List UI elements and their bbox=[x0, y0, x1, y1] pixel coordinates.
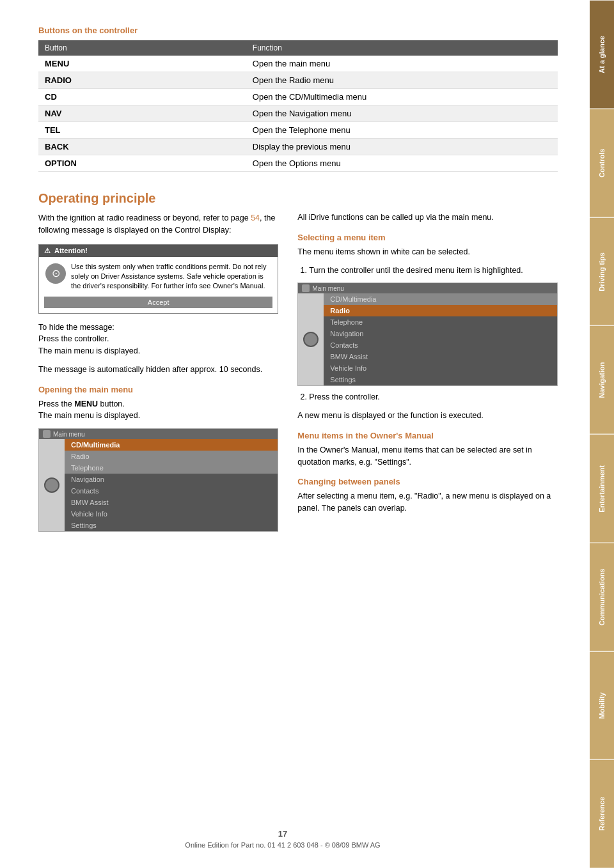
list-item: Contacts bbox=[324, 339, 557, 351]
button-name: OPTION bbox=[38, 155, 246, 172]
list-item: Navigation bbox=[65, 474, 278, 485]
changing-panels-text: After selecting a menu item, e.g. "Radio… bbox=[297, 490, 558, 515]
list-item: Vehicle Info bbox=[324, 362, 557, 374]
attention-body: ⊙ Use this system only when traffic cond… bbox=[39, 257, 278, 297]
opening-main-menu-heading: Opening the main menu bbox=[38, 385, 278, 394]
sidebar-tab-navigation[interactable]: Navigation bbox=[590, 325, 614, 434]
menu-items-left: CD/MultimediaRadioTelephoneNavigationCon… bbox=[65, 439, 278, 531]
button-name: MENU bbox=[38, 56, 246, 72]
sidebar-tab-reference[interactable]: Reference bbox=[590, 759, 614, 868]
attention-box: ⚠ Attention! ⊙ Use this system only when… bbox=[38, 244, 278, 314]
list-item: Telephone bbox=[324, 316, 557, 328]
table-row: CDOpen the CD/Multimedia menu bbox=[38, 89, 558, 105]
steps-list-2: Press the controller. bbox=[297, 391, 558, 403]
list-item: Radio bbox=[65, 451, 278, 462]
accept-button[interactable]: Accept bbox=[44, 297, 272, 308]
selecting-heading: Selecting a menu item bbox=[297, 233, 558, 242]
controller-knob-left bbox=[44, 477, 59, 493]
button-function: Open the Options menu bbox=[246, 155, 558, 172]
col-header-function: Function bbox=[246, 40, 558, 56]
main-content: Buttons on the controller Button Functio… bbox=[0, 0, 590, 868]
attention-icon-small: ⚠ bbox=[44, 247, 51, 255]
controller-knob-right bbox=[303, 332, 319, 347]
list-item: Vehicle Info bbox=[65, 508, 278, 520]
sidebar-tab-controls[interactable]: Controls bbox=[590, 109, 614, 217]
buttons-section-title: Buttons on the controller bbox=[38, 26, 558, 35]
button-function: Open the main menu bbox=[246, 56, 558, 72]
menu-icon-right bbox=[302, 284, 310, 292]
button-function: Open the CD/Multimedia menu bbox=[246, 89, 558, 105]
list-item: Radio bbox=[324, 305, 557, 316]
table-row: OPTIONOpen the Options menu bbox=[38, 155, 558, 172]
list-item: BMW Assist bbox=[324, 351, 557, 362]
button-name: TEL bbox=[38, 122, 246, 139]
step-1: Turn the controller until the desired me… bbox=[309, 265, 558, 277]
button-name: RADIO bbox=[38, 72, 246, 89]
sidebar: At a glance Controls Driving tips Naviga… bbox=[590, 0, 614, 868]
step-2: Press the controller. bbox=[309, 391, 558, 403]
right-column: All iDrive functions can be called up vi… bbox=[297, 191, 558, 537]
controller-icon: ⊙ bbox=[45, 263, 66, 284]
menu-titlebar-left: Main menu bbox=[39, 429, 278, 439]
table-row: TELOpen the Telephone menu bbox=[38, 122, 558, 139]
col-header-button: Button bbox=[38, 40, 246, 56]
attention-header: ⚠ Attention! bbox=[39, 245, 278, 257]
selecting-text: The menu items shown in white can be sel… bbox=[297, 246, 558, 258]
button-function: Open the Radio menu bbox=[246, 72, 558, 89]
list-item: CD/Multimedia bbox=[65, 439, 278, 451]
button-function: Display the previous menu bbox=[246, 139, 558, 155]
list-item: Navigation bbox=[324, 328, 557, 339]
opening-main-menu-text: Press the MENU button.The main menu is d… bbox=[38, 398, 278, 422]
left-column: Operating principle With the ignition at… bbox=[38, 191, 278, 537]
sidebar-tab-mobility[interactable]: Mobility bbox=[590, 651, 614, 760]
menu-body-left: CD/MultimediaRadioTelephoneNavigationCon… bbox=[39, 439, 278, 531]
menu-titlebar-right: Main menu bbox=[298, 283, 557, 293]
menu-icon bbox=[43, 430, 51, 438]
page-link[interactable]: 54 bbox=[251, 213, 260, 222]
buttons-section: Buttons on the controller Button Functio… bbox=[38, 26, 558, 172]
attention-text: Use this system only when traffic condit… bbox=[71, 262, 271, 291]
menu-mockup-right: Main menu CD/MultimediaRadioTelephoneNav… bbox=[297, 283, 558, 386]
changing-panels-heading: Changing between panels bbox=[297, 477, 558, 486]
button-name: CD bbox=[38, 89, 246, 105]
table-row: BACKDisplay the previous menu bbox=[38, 139, 558, 155]
operating-principle-section: Operating principle With the ignition at… bbox=[38, 191, 558, 537]
hide-message-text: To hide the message: Press the controlle… bbox=[38, 322, 278, 357]
knob-area-right bbox=[298, 293, 324, 385]
list-item: BMW Assist bbox=[65, 497, 278, 508]
menu-items-right: CD/MultimediaRadioTelephoneNavigationCon… bbox=[324, 293, 557, 385]
knob-area-left bbox=[39, 439, 65, 531]
table-row: MENUOpen the main menu bbox=[38, 56, 558, 72]
owners-manual-heading: Menu items in the Owner's Manual bbox=[297, 431, 558, 440]
intro-text: With the ignition at radio readiness or … bbox=[38, 212, 278, 236]
table-row: RADIOOpen the Radio menu bbox=[38, 72, 558, 89]
buttons-table: Button Function MENUOpen the main menuRA… bbox=[38, 40, 558, 172]
list-item: Contacts bbox=[65, 485, 278, 497]
operating-principle-title: Operating principle bbox=[38, 191, 278, 206]
sidebar-tab-at-a-glance[interactable]: At a glance bbox=[590, 0, 614, 109]
steps-list: Turn the controller until the desired me… bbox=[297, 265, 558, 277]
sidebar-tab-driving-tips[interactable]: Driving tips bbox=[590, 217, 614, 326]
menu-mockup-left: Main menu CD/MultimediaRadioTelephoneNav… bbox=[38, 428, 278, 532]
sidebar-tab-entertainment[interactable]: Entertainment bbox=[590, 434, 614, 543]
step2-result: A new menu is displayed or the function … bbox=[297, 410, 558, 422]
list-item: Settings bbox=[65, 520, 278, 531]
button-function: Open the Telephone menu bbox=[246, 122, 558, 139]
button-name: NAV bbox=[38, 105, 246, 122]
page-footer: 17 Online Edition for Part no. 01 41 2 6… bbox=[0, 829, 565, 849]
button-name: BACK bbox=[38, 139, 246, 155]
owners-manual-text: In the Owner's Manual, menu items that c… bbox=[297, 444, 558, 469]
page-number: 17 bbox=[0, 829, 565, 839]
list-item: Settings bbox=[324, 374, 557, 385]
sidebar-tab-communications[interactable]: Communications bbox=[590, 543, 614, 651]
footer-text: Online Edition for Part no. 01 41 2 603 … bbox=[0, 841, 565, 849]
list-item: CD/Multimedia bbox=[324, 293, 557, 305]
list-item: Telephone bbox=[65, 462, 278, 474]
table-row: NAVOpen the Navigation menu bbox=[38, 105, 558, 122]
auto-hide-text: The message is automatically hidden afte… bbox=[38, 364, 278, 376]
button-function: Open the Navigation menu bbox=[246, 105, 558, 122]
menu-body-right: CD/MultimediaRadioTelephoneNavigationCon… bbox=[298, 293, 557, 385]
right-intro-text: All iDrive functions can be called up vi… bbox=[297, 212, 558, 224]
